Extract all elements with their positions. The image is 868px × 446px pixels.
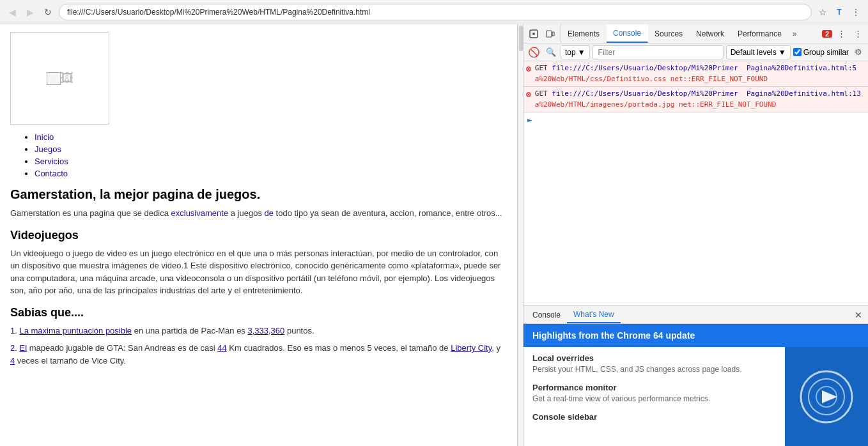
tab-elements[interactable]: Elements <box>561 24 607 43</box>
tab-performance[interactable]: Performance <box>731 24 789 43</box>
level-selector[interactable]: Default levels ▼ <box>726 45 791 59</box>
error-icon-2: ⊗ <box>526 89 531 99</box>
nav-contacto[interactable]: Contacto <box>35 169 68 178</box>
devtools-settings-btn[interactable]: ⋮ <box>833 26 849 42</box>
console-error-2[interactable]: ⊗ GET file:///C:/Users/Usuario/Desktop/M… <box>523 87 868 112</box>
error-text-2: GET file:///C:/Users/Usuario/Desktop/Mi%… <box>535 89 864 110</box>
error-code-2: a%20Web/HTML/imagenes/portada.jpg net::E… <box>535 100 777 109</box>
group-similar-checkbox[interactable]: Group similar <box>793 48 849 57</box>
trivia1-link2[interactable]: 3,333,360 <box>247 326 284 335</box>
bottom-tab-whats-new[interactable]: What's New <box>567 306 621 323</box>
trivia1-link1[interactable]: La máxima puntuación posible <box>19 326 132 335</box>
highlight-desc-1: Persist your HTML, CSS, and JS changes a… <box>532 364 776 375</box>
devtools-tabs: Elements Console Sources Network Perform… <box>561 24 819 43</box>
intro-link-2[interactable]: de <box>265 208 274 218</box>
error-code-1: a%20Web/HTML/css/Definitivo.css net::ERR… <box>535 75 768 83</box>
trivia1-num: 1. <box>10 326 17 335</box>
tab-more[interactable]: » <box>789 24 801 43</box>
trivia-1: 1. La máxima puntuación posible en una p… <box>10 325 507 337</box>
back-button[interactable]: ◀ <box>5 5 19 19</box>
filter-input[interactable] <box>593 45 724 59</box>
bottom-tab-console[interactable]: Console <box>526 306 567 323</box>
profile-icon[interactable]: T <box>832 5 846 19</box>
highlights-header: Highlights from the Chrome 64 update <box>523 324 868 347</box>
forward-button[interactable]: ▶ <box>23 5 37 19</box>
context-dropdown-arrow: ▼ <box>578 48 585 57</box>
trivia2-link3[interactable]: Liberty City <box>451 343 492 353</box>
highlight-item-3: Console sidebar <box>532 412 776 422</box>
highlight-thumbnail <box>785 347 868 446</box>
console-filter-btn[interactable]: 🔍 <box>543 45 559 60</box>
main-area: 🖼 Inicio Juegos Servicios Contacto Gamer… <box>0 24 868 446</box>
error-text-1: GET file:///C:/Users/Usuario/Desktop/Mi%… <box>535 63 864 84</box>
highlight-title-3: Console sidebar <box>532 412 776 422</box>
level-label: Default levels <box>731 48 777 57</box>
nav-servicios[interactable]: Servicios <box>35 157 68 166</box>
console-sub-toolbar: 🚫 🔍 top ▼ Default levels ▼ Group similar… <box>523 43 868 61</box>
bottom-panel-close-btn[interactable]: ✕ <box>851 308 865 322</box>
console-settings-btn[interactable]: ⚙ <box>851 45 865 59</box>
error-icon-1: ⊗ <box>526 64 531 73</box>
webpage-content: 🖼 Inicio Juegos Servicios Contacto Gamer… <box>0 24 518 446</box>
error-link-2[interactable]: file:///C:/Users/Usuario/Desktop/Mi%20Pr… <box>552 89 860 98</box>
devtools-left-icons <box>523 24 561 43</box>
browser-toolbar: ◀ ▶ ↻ ☆ T ⋮ <box>0 0 868 24</box>
svg-rect-2 <box>546 31 552 37</box>
section2-title: Sabias que.... <box>10 306 507 319</box>
trivia2-link1[interactable]: El <box>19 343 27 353</box>
highlights-body: Local overrides Persist your HTML, CSS, … <box>523 347 868 446</box>
clear-console-btn[interactable]: 🚫 <box>526 45 541 60</box>
intro-link-1[interactable]: exclusivamente <box>171 208 229 218</box>
bookmark-icon[interactable]: ☆ <box>816 5 830 19</box>
trivia2-link4[interactable]: 4 <box>10 356 15 365</box>
highlight-thumbnail-svg <box>798 368 855 426</box>
error-badge: 2 <box>822 30 832 38</box>
group-similar-check[interactable] <box>793 48 802 56</box>
webpage-scrollbar[interactable] <box>518 24 523 446</box>
trivia-2: 2. El mapeado jugable de GTA: San Andrea… <box>10 342 507 367</box>
highlight-desc-2: Get a real-time view of various performa… <box>532 394 776 404</box>
devtools-bottom-panel: Console What's New ✕ Highlights from the… <box>523 305 868 446</box>
console-content: ⊗ GET file:///C:/Users/Usuario/Desktop/M… <box>523 61 868 305</box>
highlights-content: Local overrides Persist your HTML, CSS, … <box>523 347 785 446</box>
section1-text: Un videojuego o juego de video es un jue… <box>10 247 507 297</box>
console-error-1[interactable]: ⊗ GET file:///C:/Users/Usuario/Desktop/M… <box>523 61 868 87</box>
nav-inicio[interactable]: Inicio <box>35 132 54 142</box>
nav-juegos[interactable]: Juegos <box>35 144 61 154</box>
devtools-toolbar: Elements Console Sources Network Perform… <box>523 24 868 43</box>
nav-menu: Inicio Juegos Servicios Contacto <box>22 132 507 178</box>
reload-button[interactable]: ↻ <box>41 5 55 19</box>
svg-point-1 <box>532 33 535 35</box>
prompt-arrow: ► <box>527 115 532 125</box>
page-title: Gamerstation, la mejor pagina de juegos. <box>10 187 507 202</box>
inspect-element-btn[interactable] <box>526 26 541 42</box>
group-similar-label: Group similar <box>803 48 849 57</box>
device-toolbar-btn[interactable] <box>543 26 558 42</box>
highlight-item-2: Performance monitor Get a real-time view… <box>532 383 776 404</box>
section1-title: Videojuegos <box>10 229 507 242</box>
highlight-item-1: Local overrides Persist your HTML, CSS, … <box>532 353 776 375</box>
level-arrow: ▼ <box>779 48 786 57</box>
svg-rect-3 <box>552 32 554 36</box>
broken-image: 🖼 <box>10 32 109 125</box>
console-prompt-row: ► <box>523 112 868 127</box>
tab-console[interactable]: Console <box>607 24 648 43</box>
error-link-1[interactable]: file:///C:/Users/Usuario/Desktop/Mi%20Pr… <box>552 64 856 72</box>
trivia2-num: 2. <box>10 343 17 353</box>
context-selector[interactable]: top ▼ <box>561 45 590 59</box>
devtools-panel: Elements Console Sources Network Perform… <box>523 24 868 446</box>
bottom-tabs: Console What's New ✕ <box>523 306 868 324</box>
tab-sources[interactable]: Sources <box>648 24 690 43</box>
address-bar[interactable] <box>59 4 812 20</box>
devtools-right-icons: 2 ⋮ ⋮ <box>819 26 868 42</box>
tab-network[interactable]: Network <box>690 24 731 43</box>
highlight-title-2: Performance monitor <box>532 383 776 392</box>
highlight-title-1: Local overrides <box>532 353 776 363</box>
trivia2-link2[interactable]: 44 <box>217 343 226 353</box>
console-left-controls: 🚫 🔍 top ▼ <box>526 45 590 60</box>
intro-text: Gamerstation es una pagina que se dedica… <box>10 207 507 220</box>
context-label: top <box>565 48 576 57</box>
menu-icon[interactable]: ⋮ <box>849 5 863 19</box>
devtools-more-btn[interactable]: ⋮ <box>850 26 865 42</box>
